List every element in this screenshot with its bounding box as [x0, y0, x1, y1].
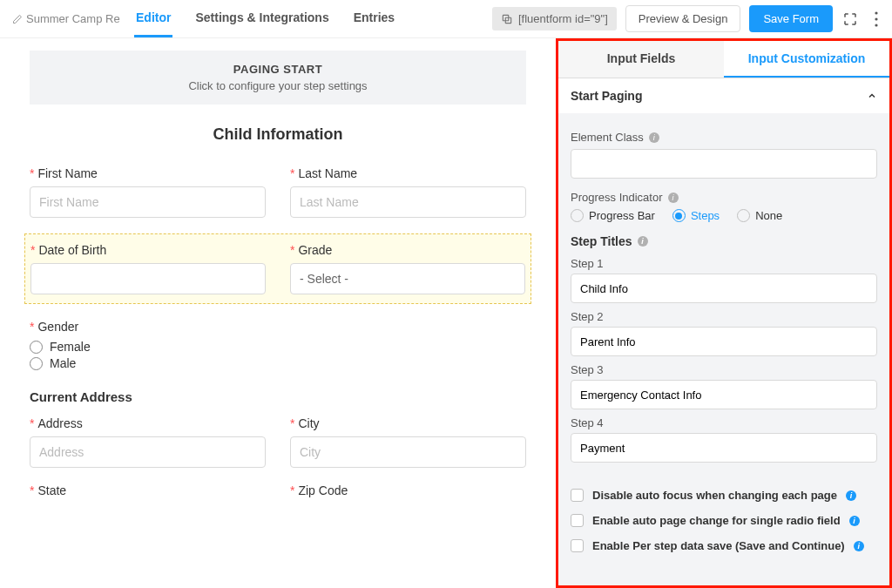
radio-icon — [672, 209, 686, 222]
gender-female[interactable]: Female — [30, 340, 526, 354]
progress-indicator-label: Progress Indicatori — [571, 191, 877, 204]
section-title: Child Information — [30, 125, 526, 144]
svg-point-3 — [875, 17, 877, 20]
dob-input[interactable] — [30, 263, 266, 294]
element-class-label: Element Classi — [571, 131, 877, 144]
paging-start-title: PAGING START — [42, 63, 514, 76]
info-icon[interactable]: i — [638, 236, 648, 247]
step3-input[interactable] — [571, 380, 877, 409]
selected-row[interactable]: *Date of Birth *Grade - Select - — [24, 233, 531, 304]
paging-start-block[interactable]: PAGING START Click to configure your ste… — [30, 51, 526, 105]
step1-label: Step 1 — [571, 257, 877, 270]
first-name-input[interactable] — [30, 186, 266, 218]
dob-label: *Date of Birth — [30, 243, 266, 257]
radio-icon — [30, 341, 43, 354]
radio-icon — [571, 209, 584, 222]
accordion-title: Start Paging — [571, 89, 642, 103]
nav-tabs: Editor Settings & Integrations Entries — [134, 0, 396, 37]
last-name-label: *Last Name — [290, 166, 526, 180]
pencil-icon — [12, 14, 23, 24]
state-label: *State — [30, 483, 266, 497]
radio-icon — [737, 209, 750, 222]
info-icon[interactable]: i — [849, 516, 860, 526]
form-title-label[interactable]: Summer Camp Re... — [7, 12, 120, 25]
top-bar-right: [fluentform id="9"] Preview & Design Sav… — [492, 5, 885, 32]
svg-point-4 — [875, 24, 877, 26]
gender-label: *Gender — [30, 320, 526, 334]
top-bar: Summer Camp Re... Editor Settings & Inte… — [0, 0, 892, 38]
zip-label: *Zip Code — [290, 483, 526, 497]
chevron-up-icon — [867, 91, 877, 101]
save-button[interactable]: Save Form — [749, 5, 833, 32]
city-label: *City — [290, 416, 526, 430]
city-input[interactable] — [290, 436, 526, 468]
progress-opt-steps[interactable]: Steps — [672, 209, 720, 222]
address-section-title: Current Address — [30, 389, 526, 404]
grade-select[interactable]: - Select - — [290, 263, 525, 294]
fullscreen-icon[interactable] — [841, 10, 859, 28]
first-name-label: *First Name — [30, 166, 266, 180]
check-save-continue[interactable]: Enable Per step data save (Save and Cont… — [571, 539, 877, 552]
tab-entries[interactable]: Entries — [352, 0, 396, 37]
checkbox-icon — [571, 489, 584, 502]
element-class-input[interactable] — [571, 149, 877, 179]
gender-male[interactable]: Male — [30, 356, 526, 370]
copy-icon — [501, 13, 513, 25]
side-panel: Input Fields Input Customization Start P… — [556, 38, 892, 588]
address-label: *Address — [30, 416, 266, 430]
checkbox-icon — [571, 514, 584, 527]
tab-editor[interactable]: Editor — [134, 0, 172, 37]
panel-tab-input-fields[interactable]: Input Fields — [558, 41, 724, 78]
info-icon[interactable]: i — [649, 132, 659, 143]
check-autofocus[interactable]: Disable auto focus when changing each pa… — [571, 489, 877, 502]
step3-label: Step 3 — [571, 363, 877, 376]
progress-opt-none[interactable]: None — [737, 209, 782, 222]
address-input[interactable] — [30, 436, 266, 468]
step1-input[interactable] — [571, 274, 877, 303]
panel-tab-input-customization[interactable]: Input Customization — [724, 41, 889, 78]
last-name-input[interactable] — [290, 186, 526, 218]
radio-icon — [30, 357, 43, 370]
preview-button[interactable]: Preview & Design — [625, 5, 741, 32]
shortcode-text: [fluentform id="9"] — [518, 12, 608, 25]
form-canvas: PAGING START Click to configure your ste… — [0, 38, 556, 588]
info-icon[interactable]: i — [854, 541, 864, 551]
svg-point-2 — [875, 11, 877, 14]
checkbox-icon — [571, 539, 584, 552]
step2-input[interactable] — [571, 327, 877, 356]
info-icon[interactable]: i — [668, 193, 679, 203]
step4-label: Step 4 — [571, 416, 877, 429]
step2-label: Step 2 — [571, 310, 877, 323]
shortcode-box[interactable]: [fluentform id="9"] — [492, 7, 617, 30]
paging-start-subtitle: Click to configure your step settings — [42, 79, 514, 92]
accordion-start-paging[interactable]: Start Paging — [558, 78, 889, 113]
step-titles-heading: Step Titlesi — [571, 234, 877, 248]
grade-label: *Grade — [290, 243, 525, 257]
more-icon[interactable] — [868, 10, 885, 28]
check-autopage[interactable]: Enable auto page change for single radio… — [571, 514, 877, 527]
tab-settings[interactable]: Settings & Integrations — [193, 0, 330, 37]
step4-input[interactable] — [571, 433, 877, 463]
progress-opt-bar[interactable]: Progress Bar — [571, 209, 655, 222]
info-icon[interactable]: i — [846, 490, 856, 501]
